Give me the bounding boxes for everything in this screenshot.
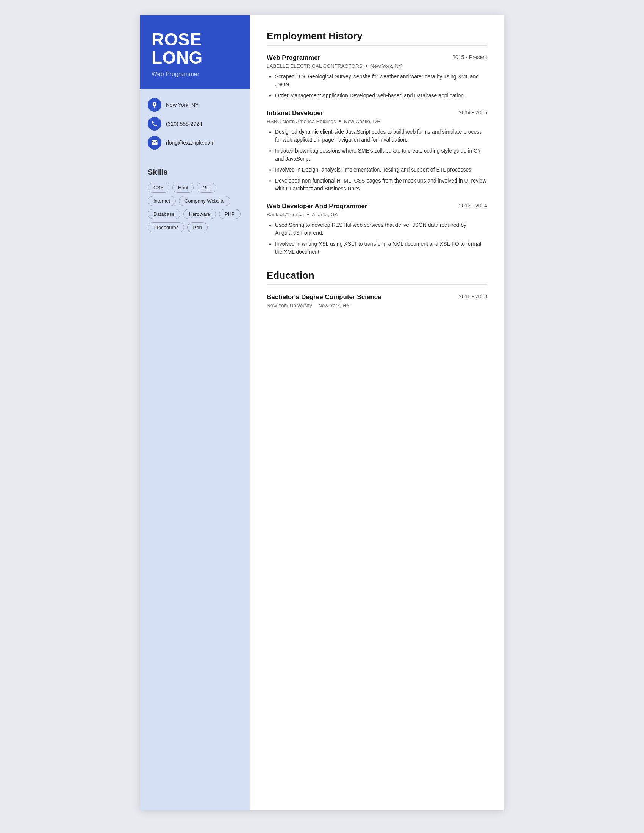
phone-icon (148, 117, 161, 130)
bullet-item: Designed dynamic client-side JavaScript … (275, 128, 487, 144)
email-text: rlong@example.com (166, 140, 215, 146)
skills-section: Skills CSSHtmlGITInternetCompany Website… (140, 159, 250, 810)
company-location: New York, NY (370, 63, 402, 69)
bullet-item: Involved in writing XSL using XSLT to tr… (275, 240, 487, 256)
edu-dates: 2010 - 2013 (459, 293, 487, 299)
separator-dot (365, 65, 367, 67)
edu-school: New York University New York, NY (267, 302, 487, 308)
skill-tag: Html (172, 182, 194, 193)
job-company: HSBC North America HoldingsNew Castle, D… (267, 119, 487, 124)
job-header: Web Developer And Programmer2013 - 2014 (267, 203, 487, 210)
job-header: Web Programmer2015 - Present (267, 54, 487, 62)
job-dates: 2014 - 2015 (459, 109, 487, 116)
contact-email: rlong@example.com (148, 136, 242, 150)
job-item: Web Developer And Programmer2013 - 2014B… (267, 203, 487, 256)
email-icon (148, 136, 161, 150)
skill-tag: Company Website (179, 196, 230, 206)
bullet-item: Developed non-functional HTML, CSS pages… (275, 177, 487, 193)
education-item: Bachelor's Degree Computer Science 2010 … (267, 293, 487, 308)
job-company: Bank of AmericaAtlanta, GA (267, 212, 487, 217)
job-item: Web Programmer2015 - PresentLABELLE ELEC… (267, 54, 487, 100)
location-text: New York, NY (166, 102, 198, 108)
job-dates: 2015 - Present (452, 54, 487, 60)
school-name: New York University (267, 302, 312, 308)
skill-tag: Hardware (184, 209, 216, 219)
edu-header: Bachelor's Degree Computer Science 2010 … (267, 293, 487, 301)
skill-tag: CSS (148, 182, 169, 193)
company-name: HSBC North America Holdings (267, 119, 336, 124)
employment-section-title: Employment History (267, 30, 487, 46)
contact-location: New York, NY (148, 98, 242, 112)
candidate-title: Web Programmer (151, 71, 239, 78)
location-icon (148, 98, 161, 112)
company-location: Atlanta, GA (312, 212, 338, 217)
job-company: LABELLE ELECTRICAL CONTRACTORSNew York, … (267, 63, 487, 69)
company-name: Bank of America (267, 212, 304, 217)
education-section: Education Bachelor's Degree Computer Sci… (267, 270, 487, 308)
bullet-item: Initiated brownbag sessions where SME's … (275, 147, 487, 163)
skills-tags: CSSHtmlGITInternetCompany WebsiteDatabas… (148, 182, 242, 233)
skill-tag: Database (148, 209, 180, 219)
bullet-item: Order Management Application Developed w… (275, 92, 487, 100)
contact-section: New York, NY (310) 555-2724 rlong@exampl… (140, 89, 250, 159)
skill-tag: Internet (148, 196, 176, 206)
edu-degree: Bachelor's Degree Computer Science (267, 293, 382, 301)
sidebar: ROSE LONG Web Programmer New York, NY (140, 15, 250, 810)
sidebar-header: ROSE LONG Web Programmer (140, 15, 250, 89)
skill-tag: Procedures (148, 222, 184, 233)
job-title: Web Programmer (267, 54, 320, 62)
job-dates: 2013 - 2014 (459, 203, 487, 209)
job-title: Web Developer And Programmer (267, 203, 367, 210)
jobs-list: Web Programmer2015 - PresentLABELLE ELEC… (267, 54, 487, 256)
company-location: New Castle, DE (344, 119, 380, 124)
employment-section: Employment History Web Programmer2015 - … (267, 30, 487, 256)
separator-dot (307, 214, 309, 215)
education-section-title: Education (267, 270, 487, 285)
skill-tag: PHP (219, 209, 241, 219)
contact-phone: (310) 555-2724 (148, 117, 242, 130)
job-header: Intranet Developer2014 - 2015 (267, 109, 487, 117)
candidate-name: ROSE LONG (151, 30, 239, 67)
job-bullets: Designed dynamic client-side JavaScript … (275, 128, 487, 193)
bullet-item: Used Spring to develop RESTful web servi… (275, 221, 487, 237)
main-content: Employment History Web Programmer2015 - … (250, 15, 504, 810)
resume-container: ROSE LONG Web Programmer New York, NY (140, 15, 504, 810)
bullet-item: Scraped U.S. Geological Survey website f… (275, 73, 487, 88)
bullet-item: Involved in Design, analysis, Implementa… (275, 166, 487, 174)
school-location: New York, NY (318, 302, 349, 308)
company-name: LABELLE ELECTRICAL CONTRACTORS (267, 63, 362, 69)
job-title: Intranet Developer (267, 109, 323, 117)
skill-tag: GIT (196, 182, 216, 193)
job-bullets: Used Spring to develop RESTful web servi… (275, 221, 487, 256)
education-list: Bachelor's Degree Computer Science 2010 … (267, 293, 487, 308)
skill-tag: Perl (187, 222, 207, 233)
phone-text: (310) 555-2724 (166, 121, 202, 127)
job-item: Intranet Developer2014 - 2015HSBC North … (267, 109, 487, 193)
job-bullets: Scraped U.S. Geological Survey website f… (275, 73, 487, 100)
separator-dot (339, 121, 341, 122)
skills-title: Skills (148, 168, 242, 177)
